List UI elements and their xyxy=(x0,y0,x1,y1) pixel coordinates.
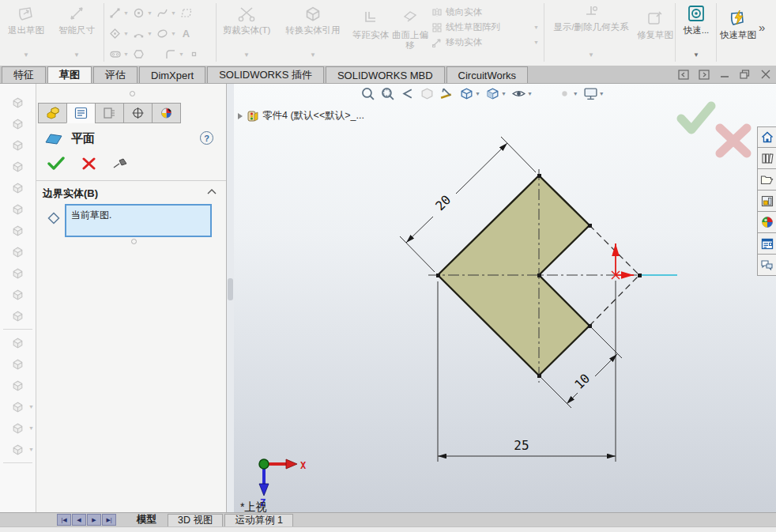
feature-tool-dropdown-icon[interactable]: ▼ xyxy=(28,447,34,452)
collapse-chevron-icon[interactable] xyxy=(207,188,217,194)
nav-previous-button[interactable]: ◀ xyxy=(72,514,86,526)
line-dropdown-icon[interactable]: ▼ xyxy=(123,10,130,16)
move-entities-button[interactable]: 移动实体 ▼ xyxy=(431,35,531,50)
exit-sketch-dropdown-icon[interactable]: ▼ xyxy=(2,50,51,60)
rapid-sketch-button[interactable]: 快速草图 xyxy=(719,6,757,70)
point-tool-icon[interactable] xyxy=(186,48,202,60)
nav-next-button[interactable]: ▶ xyxy=(87,514,101,526)
feature-tool-button[interactable] xyxy=(0,262,36,284)
feature-tool-button[interactable] xyxy=(0,177,36,198)
boundary-selection-listbox[interactable]: 当前草图. xyxy=(65,204,212,237)
tab-solidworks-addins[interactable]: SOLIDWORKS 插件 xyxy=(207,66,324,83)
display-delete-relations-dropdown-icon[interactable]: ▼ xyxy=(547,50,635,60)
dimension-line-20[interactable] xyxy=(456,143,507,194)
group-header-boundary-entities[interactable]: 边界实体(B) xyxy=(43,187,98,201)
panel-splitter[interactable] xyxy=(227,84,234,512)
polygon-dropdown-icon[interactable]: ▼ xyxy=(123,31,130,36)
sketch-plane-tool-icon[interactable] xyxy=(179,7,194,19)
ellipse-tool-icon[interactable] xyxy=(155,28,170,40)
hexagon-tool-icon[interactable] xyxy=(131,48,146,60)
splitter-grip[interactable] xyxy=(228,278,233,300)
feature-tool-button[interactable] xyxy=(0,198,36,220)
taskpane-design-library-button[interactable] xyxy=(757,148,776,169)
feature-tool-button[interactable]: ▼ xyxy=(0,439,36,460)
dimension-line-10[interactable] xyxy=(567,393,578,404)
help-button[interactable]: ? xyxy=(200,131,213,145)
feature-tool-button[interactable] xyxy=(0,241,36,262)
offset-entities-button[interactable]: 等距实体 xyxy=(352,6,390,70)
mirror-entities-button[interactable]: 镜向实体 xyxy=(431,5,531,20)
arc-tool-icon[interactable] xyxy=(131,28,146,40)
feature-tool-button[interactable] xyxy=(0,353,36,375)
tab-model[interactable]: 模型 xyxy=(127,514,166,526)
dimension-line-20[interactable] xyxy=(406,217,433,243)
slot-dropdown-icon[interactable]: ▼ xyxy=(123,51,130,57)
smart-dimension-button[interactable]: 智能尺寸 ▼ xyxy=(52,2,101,65)
surface-offset-button[interactable]: 曲面上偏移 xyxy=(390,6,430,70)
tab-configurationmanager[interactable] xyxy=(95,103,124,123)
tab-featuremanager[interactable] xyxy=(38,103,67,123)
circle-dropdown-icon[interactable]: ▼ xyxy=(147,10,154,16)
ribbon-overflow-chevron[interactable]: » xyxy=(759,21,765,34)
smart-dimension-dropdown-icon[interactable]: ▼ xyxy=(52,50,101,60)
tab-solidworks-mbd[interactable]: SOLIDWORKS MBD xyxy=(326,66,445,83)
virtual-edge-upper[interactable] xyxy=(590,225,639,275)
feature-tool-dropdown-icon[interactable]: ▼ xyxy=(28,404,34,409)
restore-icon[interactable] xyxy=(739,69,751,80)
feature-tool-button[interactable] xyxy=(0,156,36,177)
exit-sketch-button[interactable]: 退出草图 ▼ xyxy=(2,2,51,65)
collapse-pane-right-icon[interactable] xyxy=(698,69,710,80)
linear-pattern-dropdown-icon[interactable]: ▼ xyxy=(533,25,539,30)
spline-tool-icon[interactable] xyxy=(155,7,170,19)
tab-evaluate[interactable]: 评估 xyxy=(93,66,137,83)
display-delete-relations-button[interactable]: 显示/删除几何关系 ▼ xyxy=(547,2,635,65)
move-entities-dropdown-icon[interactable]: ▼ xyxy=(533,40,539,45)
taskpane-view-palette-button[interactable] xyxy=(757,191,776,212)
graphics-viewport[interactable]: ▼ ▼ ▼ ▼ ▼ 零件4 (默认<<默认>_... xyxy=(234,84,776,512)
taskpane-custom-properties-button[interactable] xyxy=(757,233,776,255)
instant2d-dropdown-icon[interactable]: ▼ xyxy=(678,50,714,60)
fillet-dropdown-icon[interactable]: ▼ xyxy=(179,51,186,57)
spline-dropdown-icon[interactable]: ▼ xyxy=(171,10,178,16)
feature-tool-button[interactable] xyxy=(0,305,36,326)
taskpane-forum-button[interactable] xyxy=(757,255,776,276)
confirm-ok-watermark-icon[interactable] xyxy=(681,106,711,130)
feature-tool-button[interactable] xyxy=(0,332,36,353)
feature-tool-dropdown-icon[interactable]: ▼ xyxy=(28,425,34,431)
ellipse-dropdown-icon[interactable]: ▼ xyxy=(171,31,178,36)
instant2d-button[interactable]: 快速... ▼ xyxy=(678,2,714,65)
line-tool-icon[interactable] xyxy=(107,7,122,19)
selection-item[interactable]: 当前草图. xyxy=(71,209,111,221)
feature-tool-button[interactable] xyxy=(0,113,36,134)
confirm-cancel-watermark-icon[interactable] xyxy=(720,128,747,153)
nav-last-button[interactable]: ▶| xyxy=(102,514,116,526)
virtual-edge-lower[interactable] xyxy=(590,275,639,326)
dimension-text-25[interactable]: 25 xyxy=(514,438,529,453)
tab-motion-study-1[interactable]: 运动算例 1 xyxy=(224,514,292,526)
polygon-tool-icon[interactable] xyxy=(107,28,122,40)
repair-sketch-button[interactable]: 修复草图 xyxy=(637,6,673,70)
sketch-canvas[interactable]: 25 20 10 xyxy=(234,84,776,512)
linear-sketch-pattern-button[interactable]: 线性草图阵列 ▼ xyxy=(431,20,531,35)
taskpane-appearances-button[interactable] xyxy=(757,212,776,233)
taskpane-file-explorer-button[interactable] xyxy=(757,169,776,191)
feature-tool-button[interactable]: ▼ xyxy=(0,417,36,439)
ok-button[interactable] xyxy=(47,157,65,171)
dimension-text-20[interactable]: 20 xyxy=(432,192,454,213)
minimize-icon[interactable] xyxy=(718,69,730,80)
trim-entities-dropdown-icon[interactable]: ▼ xyxy=(219,50,274,60)
tab-dimxpertmanager[interactable] xyxy=(123,103,153,123)
tab-displaymanager[interactable] xyxy=(152,103,181,123)
feature-tool-button[interactable]: ▼ xyxy=(0,396,36,417)
fillet-tool-icon[interactable] xyxy=(163,48,178,60)
tab-3d-views[interactable]: 3D 视图 xyxy=(168,514,223,526)
convert-entities-dropdown-icon[interactable]: ▼ xyxy=(276,50,350,60)
feature-tool-button[interactable] xyxy=(0,92,36,113)
nav-first-button[interactable]: |◀ xyxy=(57,514,71,526)
arc-dropdown-icon[interactable]: ▼ xyxy=(147,31,154,36)
collapse-pane-left-icon[interactable] xyxy=(677,69,689,80)
pin-button[interactable] xyxy=(113,158,129,169)
sketch-origin[interactable] xyxy=(612,243,634,279)
feature-tool-button[interactable] xyxy=(0,284,36,305)
cancel-button[interactable] xyxy=(82,157,96,170)
